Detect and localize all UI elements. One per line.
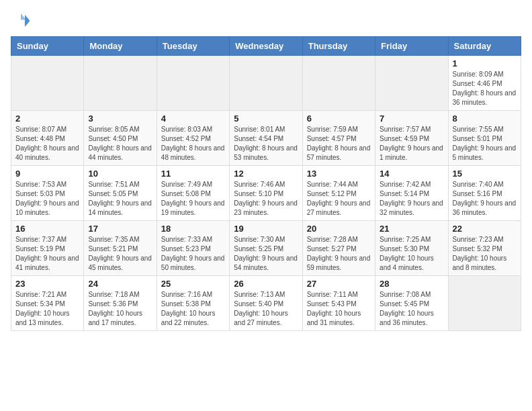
calendar-cell: 4Sunrise: 8:03 AM Sunset: 4:52 PM Daylig… bbox=[157, 111, 229, 166]
day-number: 1 bbox=[453, 58, 517, 68]
day-info: Sunrise: 7:59 AM Sunset: 4:57 PM Dayligh… bbox=[307, 125, 371, 163]
weekday-header-monday: Monday bbox=[84, 37, 157, 56]
calendar-cell: 27Sunrise: 7:11 AM Sunset: 5:43 PM Dayli… bbox=[302, 276, 375, 331]
day-info: Sunrise: 7:13 AM Sunset: 5:40 PM Dayligh… bbox=[234, 290, 298, 328]
day-number: 20 bbox=[307, 224, 371, 234]
day-info: Sunrise: 7:40 AM Sunset: 5:16 PM Dayligh… bbox=[453, 180, 517, 218]
calendar-cell: 20Sunrise: 7:28 AM Sunset: 5:27 PM Dayli… bbox=[302, 221, 375, 276]
day-info: Sunrise: 7:18 AM Sunset: 5:36 PM Dayligh… bbox=[88, 290, 152, 328]
calendar-week-4: 23Sunrise: 7:21 AM Sunset: 5:34 PM Dayli… bbox=[11, 276, 521, 331]
calendar-cell: 19Sunrise: 7:30 AM Sunset: 5:25 PM Dayli… bbox=[230, 221, 302, 276]
page: SundayMondayTuesdayWednesdayThursdayFrid… bbox=[0, 0, 532, 342]
calendar-header: SundayMondayTuesdayWednesdayThursdayFrid… bbox=[11, 37, 521, 56]
calendar-cell: 6Sunrise: 7:59 AM Sunset: 4:57 PM Daylig… bbox=[302, 111, 375, 166]
day-info: Sunrise: 7:28 AM Sunset: 5:27 PM Dayligh… bbox=[307, 235, 371, 273]
day-number: 14 bbox=[380, 169, 443, 179]
day-number: 26 bbox=[234, 279, 298, 289]
calendar-cell bbox=[84, 56, 157, 111]
day-number: 8 bbox=[453, 113, 517, 124]
day-number: 4 bbox=[161, 113, 225, 124]
weekday-header-thursday: Thursday bbox=[302, 37, 375, 56]
day-number: 5 bbox=[234, 113, 298, 124]
calendar-cell: 11Sunrise: 7:49 AM Sunset: 5:08 PM Dayli… bbox=[157, 166, 229, 221]
logo-icon bbox=[11, 11, 31, 31]
day-info: Sunrise: 7:49 AM Sunset: 5:08 PM Dayligh… bbox=[161, 180, 225, 218]
calendar-cell bbox=[11, 56, 84, 111]
day-info: Sunrise: 8:03 AM Sunset: 4:52 PM Dayligh… bbox=[161, 125, 225, 163]
day-number: 13 bbox=[307, 169, 371, 179]
calendar-cell bbox=[448, 276, 521, 331]
day-number: 10 bbox=[88, 169, 152, 179]
day-info: Sunrise: 8:05 AM Sunset: 4:50 PM Dayligh… bbox=[88, 125, 152, 163]
day-number: 7 bbox=[380, 113, 443, 124]
calendar-week-3: 16Sunrise: 7:37 AM Sunset: 5:19 PM Dayli… bbox=[11, 221, 521, 276]
calendar-week-0: 1Sunrise: 8:09 AM Sunset: 4:46 PM Daylig… bbox=[11, 56, 521, 111]
day-info: Sunrise: 7:23 AM Sunset: 5:32 PM Dayligh… bbox=[453, 235, 517, 273]
calendar-cell: 21Sunrise: 7:25 AM Sunset: 5:30 PM Dayli… bbox=[375, 221, 448, 276]
calendar-cell: 7Sunrise: 7:57 AM Sunset: 4:59 PM Daylig… bbox=[375, 111, 448, 166]
day-number: 15 bbox=[453, 169, 517, 179]
day-info: Sunrise: 7:08 AM Sunset: 5:45 PM Dayligh… bbox=[380, 290, 443, 328]
calendar-cell bbox=[302, 56, 375, 111]
day-number: 9 bbox=[15, 169, 79, 179]
calendar-cell bbox=[375, 56, 448, 111]
day-info: Sunrise: 7:30 AM Sunset: 5:25 PM Dayligh… bbox=[234, 235, 298, 273]
day-info: Sunrise: 7:16 AM Sunset: 5:38 PM Dayligh… bbox=[161, 290, 225, 328]
calendar-cell: 15Sunrise: 7:40 AM Sunset: 5:16 PM Dayli… bbox=[448, 166, 521, 221]
day-info: Sunrise: 8:07 AM Sunset: 4:48 PM Dayligh… bbox=[15, 125, 79, 163]
svg-marker-0 bbox=[25, 15, 30, 27]
day-info: Sunrise: 7:46 AM Sunset: 5:10 PM Dayligh… bbox=[234, 180, 298, 218]
day-info: Sunrise: 8:01 AM Sunset: 4:54 PM Dayligh… bbox=[234, 125, 298, 163]
calendar-cell: 13Sunrise: 7:44 AM Sunset: 5:12 PM Dayli… bbox=[302, 166, 375, 221]
calendar-cell: 17Sunrise: 7:35 AM Sunset: 5:21 PM Dayli… bbox=[84, 221, 157, 276]
day-info: Sunrise: 7:35 AM Sunset: 5:21 PM Dayligh… bbox=[88, 235, 152, 273]
calendar-week-2: 9Sunrise: 7:53 AM Sunset: 5:03 PM Daylig… bbox=[11, 166, 521, 221]
calendar-cell bbox=[230, 56, 302, 111]
day-number: 12 bbox=[234, 169, 298, 179]
weekday-header-sunday: Sunday bbox=[11, 37, 84, 56]
calendar-cell: 16Sunrise: 7:37 AM Sunset: 5:19 PM Dayli… bbox=[11, 221, 84, 276]
calendar-cell: 10Sunrise: 7:51 AM Sunset: 5:05 PM Dayli… bbox=[84, 166, 157, 221]
calendar-week-1: 2Sunrise: 8:07 AM Sunset: 4:48 PM Daylig… bbox=[11, 111, 521, 166]
calendar-body: 1Sunrise: 8:09 AM Sunset: 4:46 PM Daylig… bbox=[11, 56, 521, 331]
calendar-cell: 12Sunrise: 7:46 AM Sunset: 5:10 PM Dayli… bbox=[230, 166, 302, 221]
day-info: Sunrise: 7:25 AM Sunset: 5:30 PM Dayligh… bbox=[380, 235, 443, 273]
calendar-cell: 25Sunrise: 7:16 AM Sunset: 5:38 PM Dayli… bbox=[157, 276, 229, 331]
day-info: Sunrise: 7:21 AM Sunset: 5:34 PM Dayligh… bbox=[15, 290, 79, 328]
day-info: Sunrise: 7:51 AM Sunset: 5:05 PM Dayligh… bbox=[88, 180, 152, 218]
calendar-cell: 14Sunrise: 7:42 AM Sunset: 5:14 PM Dayli… bbox=[375, 166, 448, 221]
day-number: 3 bbox=[88, 113, 152, 124]
header-area bbox=[11, 11, 521, 31]
day-info: Sunrise: 7:11 AM Sunset: 5:43 PM Dayligh… bbox=[307, 290, 371, 328]
day-number: 2 bbox=[15, 113, 79, 124]
day-number: 28 bbox=[380, 279, 443, 289]
day-info: Sunrise: 7:53 AM Sunset: 5:03 PM Dayligh… bbox=[15, 180, 79, 218]
day-number: 25 bbox=[161, 279, 225, 289]
calendar-cell: 5Sunrise: 8:01 AM Sunset: 4:54 PM Daylig… bbox=[230, 111, 302, 166]
day-info: Sunrise: 7:33 AM Sunset: 5:23 PM Dayligh… bbox=[161, 235, 225, 273]
calendar-cell: 1Sunrise: 8:09 AM Sunset: 4:46 PM Daylig… bbox=[448, 56, 521, 111]
day-number: 17 bbox=[88, 224, 152, 234]
calendar-cell: 26Sunrise: 7:13 AM Sunset: 5:40 PM Dayli… bbox=[230, 276, 302, 331]
calendar-cell: 9Sunrise: 7:53 AM Sunset: 5:03 PM Daylig… bbox=[11, 166, 84, 221]
weekday-header-friday: Friday bbox=[375, 37, 448, 56]
calendar-cell bbox=[157, 56, 229, 111]
day-number: 24 bbox=[88, 279, 152, 289]
day-info: Sunrise: 7:55 AM Sunset: 5:01 PM Dayligh… bbox=[453, 125, 517, 163]
weekday-header-saturday: Saturday bbox=[448, 37, 521, 56]
calendar-cell: 3Sunrise: 8:05 AM Sunset: 4:50 PM Daylig… bbox=[84, 111, 157, 166]
day-number: 22 bbox=[453, 224, 517, 234]
calendar-cell: 28Sunrise: 7:08 AM Sunset: 5:45 PM Dayli… bbox=[375, 276, 448, 331]
calendar-cell: 23Sunrise: 7:21 AM Sunset: 5:34 PM Dayli… bbox=[11, 276, 84, 331]
day-number: 23 bbox=[15, 279, 79, 289]
day-info: Sunrise: 8:09 AM Sunset: 4:46 PM Dayligh… bbox=[453, 70, 517, 107]
day-info: Sunrise: 7:42 AM Sunset: 5:14 PM Dayligh… bbox=[380, 180, 443, 218]
calendar-cell: 24Sunrise: 7:18 AM Sunset: 5:36 PM Dayli… bbox=[84, 276, 157, 331]
calendar-cell: 2Sunrise: 8:07 AM Sunset: 4:48 PM Daylig… bbox=[11, 111, 84, 166]
weekday-header-tuesday: Tuesday bbox=[157, 37, 229, 56]
calendar-table: SundayMondayTuesdayWednesdayThursdayFrid… bbox=[11, 36, 521, 331]
day-number: 16 bbox=[15, 224, 79, 234]
day-number: 11 bbox=[161, 169, 225, 179]
calendar-cell: 18Sunrise: 7:33 AM Sunset: 5:23 PM Dayli… bbox=[157, 221, 229, 276]
day-info: Sunrise: 7:57 AM Sunset: 4:59 PM Dayligh… bbox=[380, 125, 443, 163]
